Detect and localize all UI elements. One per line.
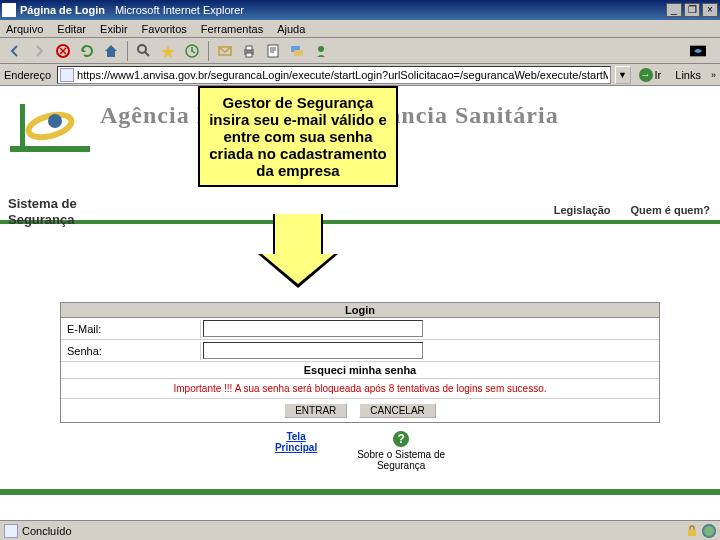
address-bar: Endereço ▼ → Ir Links » (0, 64, 720, 86)
status-page-icon (4, 524, 18, 538)
senha-input[interactable] (203, 342, 423, 359)
svg-rect-7 (268, 45, 278, 57)
email-label: E-Mail: (61, 320, 201, 338)
sobre-l1: Sobre o Sistema de (357, 449, 445, 460)
page-header: Agência Nacional de Vigilância Sanitária… (0, 86, 720, 216)
anvisa-logo (10, 96, 90, 156)
svg-rect-16 (688, 530, 696, 536)
menu-bar: Arquivo Editar Exibir Favoritos Ferramen… (0, 20, 720, 38)
close-button[interactable]: × (702, 3, 718, 17)
favorites-button[interactable] (157, 40, 179, 62)
address-label: Endereço (4, 69, 51, 81)
window-titlebar: Página de Login Microsoft Internet Explo… (0, 0, 720, 20)
svg-rect-15 (20, 104, 25, 148)
instruction-overlay: Gestor de Segurança insira seu e-mail vá… (198, 86, 398, 187)
ie-throbber (680, 40, 716, 62)
status-text: Concluído (22, 525, 72, 537)
page-title: Página de Login (20, 4, 105, 16)
discuss-button[interactable] (286, 40, 308, 62)
tela-principal-l1[interactable]: Tela (286, 431, 305, 442)
zone-icon (702, 524, 716, 538)
system-title-l2: Segurança (8, 212, 77, 228)
toolbar (0, 38, 720, 64)
status-right (686, 524, 716, 538)
address-dropdown[interactable]: ▼ (615, 66, 631, 84)
window-buttons: _ ❐ × (666, 3, 718, 17)
top-nav: Legislação Quem é quem? (554, 204, 710, 216)
senha-row: Senha: (61, 340, 659, 362)
go-label: Ir (655, 69, 662, 81)
tela-principal-l2[interactable]: Principal (275, 442, 317, 453)
menu-arquivo[interactable]: Arquivo (6, 23, 43, 35)
svg-rect-9 (294, 50, 303, 56)
menu-ajuda[interactable]: Ajuda (277, 23, 305, 35)
messenger-button[interactable] (310, 40, 332, 62)
email-row: E-Mail: (61, 318, 659, 340)
svg-point-1 (138, 45, 146, 53)
bottom-green-bar (0, 489, 720, 495)
toolbar-separator-2 (208, 41, 209, 61)
footer-links: Tela Principal ? Sobre o Sistema de Segu… (0, 431, 720, 471)
email-input[interactable] (203, 320, 423, 337)
stop-button[interactable] (52, 40, 74, 62)
status-bar: Concluído (0, 520, 720, 540)
login-box: Login E-Mail: Senha: Esqueci minha senha… (60, 302, 660, 423)
svg-rect-6 (246, 53, 252, 57)
home-button[interactable] (100, 40, 122, 62)
svg-point-13 (48, 114, 62, 128)
warning-text: Importante !!! A sua senha será bloquead… (61, 379, 659, 399)
nav-quem[interactable]: Quem é quem? (631, 204, 710, 216)
go-icon: → (639, 68, 653, 82)
cancelar-button[interactable]: CANCELAR (359, 403, 435, 418)
minimize-button[interactable]: _ (666, 3, 682, 17)
page-content: Agência Nacional de Vigilância Sanitária… (0, 86, 720, 520)
forward-button[interactable] (28, 40, 50, 62)
menu-exibir[interactable]: Exibir (100, 23, 128, 35)
sobre-l2: Segurança (377, 460, 425, 471)
links-label[interactable]: Links (669, 69, 707, 81)
system-title-l1: Sistema de (8, 196, 77, 212)
system-title: Sistema de Segurança (8, 196, 77, 227)
maximize-button[interactable]: ❐ (684, 3, 700, 17)
go-button[interactable]: → Ir (635, 68, 666, 82)
history-button[interactable] (181, 40, 203, 62)
page-icon (60, 68, 74, 82)
url-input[interactable] (77, 69, 607, 81)
url-box[interactable] (57, 66, 610, 84)
menu-editar[interactable]: Editar (57, 23, 86, 35)
login-header: Login (61, 303, 659, 318)
svg-rect-5 (246, 46, 252, 50)
senha-label: Senha: (61, 342, 201, 360)
ie-icon (2, 3, 16, 17)
status-left: Concluído (4, 524, 72, 538)
instruction-arrow-icon (258, 214, 338, 284)
links-chevron[interactable]: » (711, 70, 716, 80)
refresh-button[interactable] (76, 40, 98, 62)
svg-point-12 (26, 111, 74, 142)
entrar-button[interactable]: ENTRAR (284, 403, 347, 418)
sobre-link[interactable]: ? Sobre o Sistema de Segurança (357, 431, 445, 471)
back-button[interactable] (4, 40, 26, 62)
svg-point-10 (318, 46, 324, 52)
nav-legislacao[interactable]: Legislação (554, 204, 611, 216)
toolbar-separator (127, 41, 128, 61)
menu-favoritos[interactable]: Favoritos (142, 23, 187, 35)
menu-ferramentas[interactable]: Ferramentas (201, 23, 263, 35)
forgot-password-link[interactable]: Esqueci minha senha (61, 362, 659, 379)
tela-principal-link[interactable]: Tela Principal (275, 431, 317, 453)
lock-icon (686, 525, 698, 537)
mail-button[interactable] (214, 40, 236, 62)
app-name: Microsoft Internet Explorer (115, 4, 666, 16)
green-divider (0, 220, 720, 224)
search-button[interactable] (133, 40, 155, 62)
help-icon: ? (393, 431, 409, 447)
login-buttons: ENTRAR CANCELAR (61, 399, 659, 422)
edit-button[interactable] (262, 40, 284, 62)
print-button[interactable] (238, 40, 260, 62)
